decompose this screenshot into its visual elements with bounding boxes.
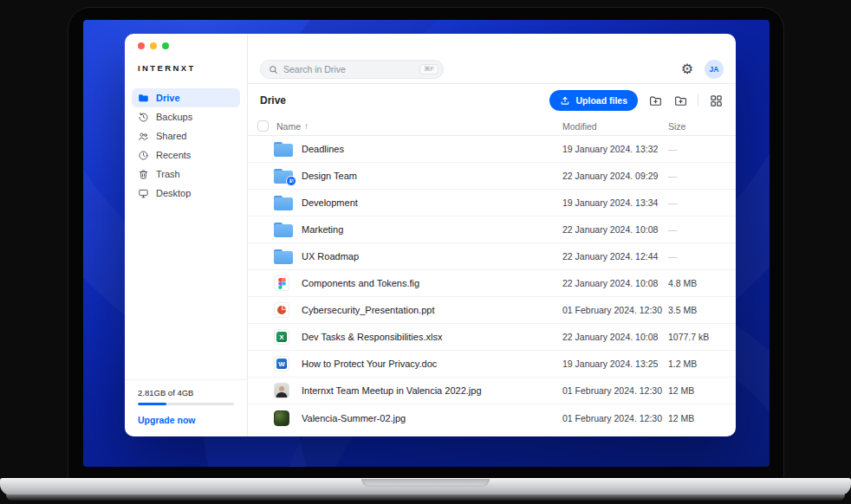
file-name: Components and Tokens.fig <box>302 278 562 288</box>
desktop-wallpaper: INTERNXT Drive Backups Shared Recents Tr… <box>83 20 770 467</box>
grid-view-icon <box>710 94 723 107</box>
folder-plus-icon <box>673 94 688 108</box>
top-bar: Search in Drive ⌘F ⚙ JA <box>248 34 736 84</box>
window-controls <box>138 42 169 49</box>
shared-folder-icon <box>274 169 293 184</box>
column-header-name[interactable]: Name ↑ <box>276 121 562 132</box>
table-row[interactable]: Deadlines 19 January 2024. 13:32 — <box>248 136 736 163</box>
select-all-checkbox[interactable] <box>257 120 269 132</box>
search-icon <box>269 65 278 74</box>
create-folder-button[interactable] <box>672 93 688 108</box>
close-window-button[interactable] <box>138 42 145 49</box>
laptop-base <box>0 478 851 495</box>
upload-files-button[interactable]: Upload files <box>549 90 638 111</box>
sidebar: INTERNXT Drive Backups Shared Recents Tr… <box>125 34 248 436</box>
table-row[interactable]: X Dev Tasks & Responsibilities.xlsx 22 J… <box>248 324 736 351</box>
file-name: Cybersecurity_Presentation.ppt <box>302 305 562 315</box>
table-header: Name ↑ Modified Size <box>248 117 736 136</box>
table-row[interactable]: Internxt Team Meetup in Valencia 2022.jp… <box>248 378 736 404</box>
file-name: Deadlines <box>302 144 562 154</box>
table-row[interactable]: Design Team 22 January 2024. 09:29 — <box>248 163 736 190</box>
upgrade-now-link[interactable]: Upgrade now <box>138 415 234 425</box>
drive-folder-icon <box>138 93 149 104</box>
file-modified-date: 19 January 2024. 13:32 <box>562 144 668 154</box>
recents-icon <box>138 150 149 161</box>
minimize-window-button[interactable] <box>150 42 157 49</box>
file-modified-date: 22 January 2024. 09:29 <box>562 171 668 181</box>
settings-gear-icon[interactable]: ⚙ <box>681 62 693 76</box>
zoom-window-button[interactable] <box>162 42 169 49</box>
file-size: 12 MB <box>668 413 736 423</box>
file-name: Marketing <box>302 224 562 235</box>
sidebar-item-recents[interactable]: Recents <box>132 145 240 165</box>
name-column-label: Name <box>276 121 301 132</box>
sidebar-nav: Drive Backups Shared Recents Trash Deskt… <box>125 88 247 203</box>
file-size: 4.8 MB <box>668 278 736 288</box>
search-shortcut-badge: ⌘F <box>419 64 438 75</box>
internxt-logo: INTERNXT <box>138 63 247 73</box>
column-header-size[interactable]: Size <box>668 121 736 132</box>
file-size: — <box>668 251 736 262</box>
sidebar-item-desktop[interactable]: Desktop <box>132 184 240 203</box>
size-column-label: Size <box>668 121 685 132</box>
storage-progress-bar <box>138 403 234 405</box>
top-actions: ⚙ JA <box>681 60 724 79</box>
sidebar-item-trash[interactable]: Trash <box>132 165 240 184</box>
laptop-mockup: INTERNXT Drive Backups Shared Recents Tr… <box>0 0 851 504</box>
photo-thumbnail <box>274 383 289 398</box>
file-size: — <box>668 171 736 181</box>
sidebar-item-label: Trash <box>156 169 180 179</box>
sidebar-item-label: Backups <box>156 112 192 122</box>
sidebar-item-label: Desktop <box>156 188 191 198</box>
table-row[interactable]: Marketing 22 January 2024. 10:08 — <box>248 216 736 243</box>
toolbar-divider <box>698 94 698 107</box>
storage-meter: 2.81GB of 4GB Upgrade now <box>125 379 247 436</box>
folder-icon <box>274 223 293 237</box>
column-header-modified[interactable]: Modified <box>562 121 668 132</box>
modified-column-label: Modified <box>562 121 597 132</box>
upload-folder-button[interactable] <box>647 93 663 108</box>
table-row[interactable]: W How to Protect Your Privacy.doc 19 Jan… <box>248 351 736 378</box>
sidebar-item-drive[interactable]: Drive <box>132 88 240 107</box>
file-modified-date: 01 February 2024. 12:30 <box>562 305 668 315</box>
photo-thumbnail <box>274 410 289 426</box>
excel-file-icon: X <box>274 329 289 345</box>
table-row[interactable]: Cybersecurity_Presentation.ppt 01 Februa… <box>248 297 736 324</box>
page-title: Drive <box>260 94 286 107</box>
trash-icon <box>138 169 149 180</box>
file-list: Deadlines 19 January 2024. 13:32 — Desig… <box>248 136 736 436</box>
file-modified-date: 19 January 2024. 13:25 <box>562 359 668 369</box>
file-size: 1077.7 kB <box>668 332 736 342</box>
search-placeholder: Search in Drive <box>283 64 414 74</box>
file-modified-date: 22 January 2024. 10:08 <box>562 224 668 235</box>
sidebar-item-backups[interactable]: Backups <box>132 107 240 126</box>
table-row[interactable]: UX Roadmap 22 January 2024. 12:44 — <box>248 243 736 270</box>
file-modified-date: 19 January 2024. 13:34 <box>562 197 668 208</box>
search-input[interactable]: Search in Drive ⌘F <box>260 60 444 79</box>
storage-usage-label: 2.81GB of 4GB <box>138 388 234 397</box>
table-row[interactable]: Components and Tokens.fig 22 January 202… <box>248 270 736 297</box>
grid-view-button[interactable] <box>708 93 724 108</box>
table-row[interactable]: Development 19 January 2024. 13:34 — <box>248 190 736 216</box>
sort-ascending-icon: ↑ <box>304 121 309 131</box>
user-avatar[interactable]: JA <box>705 60 724 79</box>
file-modified-date: 01 February 2024. 12:30 <box>562 413 668 423</box>
table-row[interactable]: Valencia-Summer-02.jpg 01 February 2024.… <box>248 404 736 431</box>
sidebar-item-label: Recents <box>156 150 191 160</box>
file-size: 12 MB <box>668 385 736 396</box>
sidebar-item-shared[interactable]: Shared <box>132 126 240 145</box>
file-name: UX Roadmap <box>302 251 562 262</box>
section-header: Drive Upload files <box>248 84 736 117</box>
file-modified-date: 22 January 2024. 10:08 <box>562 332 668 342</box>
file-name: Development <box>302 197 562 208</box>
file-name: Dev Tasks & Responsibilities.xlsx <box>302 332 562 342</box>
file-name: Internxt Team Meetup in Valencia 2022.jp… <box>302 385 562 396</box>
file-name: Design Team <box>302 171 562 181</box>
main-panel: Search in Drive ⌘F ⚙ JA Drive <box>248 34 736 436</box>
file-modified-date: 22 January 2024. 12:44 <box>562 251 668 262</box>
sidebar-item-label: Shared <box>156 131 186 141</box>
powerpoint-file-icon <box>274 302 289 318</box>
laptop-base-shadow <box>6 494 845 501</box>
file-modified-date: 22 January 2024. 10:08 <box>562 278 668 288</box>
file-name: Valencia-Summer-02.jpg <box>302 413 562 423</box>
